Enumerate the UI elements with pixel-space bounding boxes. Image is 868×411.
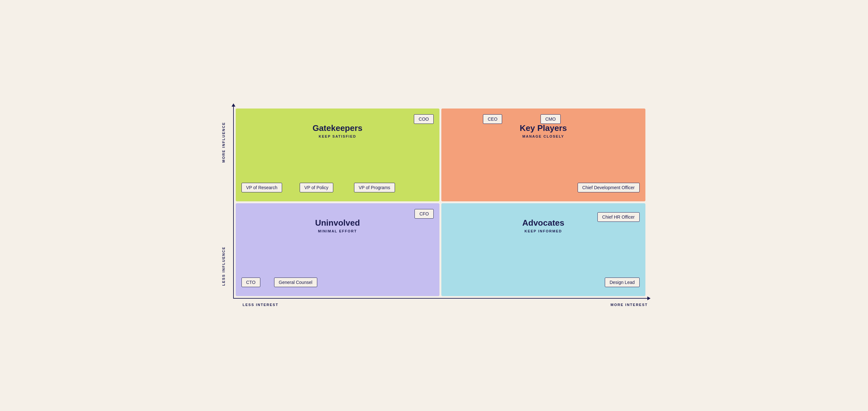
chart-container: MORE INFLUENCE LESS INFLUENCE LESS INTER… xyxy=(217,103,651,308)
gatekeepers-title: Gatekeepers xyxy=(241,123,435,133)
y-axis-less-label: LESS INFLUENCE xyxy=(222,246,225,286)
role-ceo: CEO xyxy=(483,114,502,124)
quadrant-advocates: Chief HR Officer Advocates KEEP INFORMED… xyxy=(441,203,645,296)
role-cdo: Chief Development Officer xyxy=(578,183,640,193)
role-cto: CTO xyxy=(242,277,260,287)
x-axis-less-label: LESS INTEREST xyxy=(243,303,279,307)
role-cfo: CFO xyxy=(414,209,434,218)
role-vp-programs: VP of Programs xyxy=(354,183,395,193)
advocates-subtitle: KEEP INFORMED xyxy=(446,229,640,233)
role-vp-policy: VP of Policy xyxy=(300,183,333,193)
key-players-subtitle: MANAGE CLOSELY xyxy=(446,135,640,138)
uninvolved-subtitle: MINIMAL EFFORT xyxy=(241,229,435,233)
uninvolved-title: Uninvolved xyxy=(241,218,435,228)
role-design-lead: Design Lead xyxy=(605,277,640,287)
x-axis-more-label: MORE INTEREST xyxy=(611,303,648,307)
role-cmo: CMO xyxy=(540,114,561,124)
axes: COO Gatekeepers KEEP SATISFIED VP of Res… xyxy=(233,106,648,299)
key-players-title: Key Players xyxy=(446,123,640,133)
role-general-counsel: General Counsel xyxy=(274,277,317,287)
y-axis-line xyxy=(233,106,234,299)
quadrant-uninvolved: CFO Uninvolved MINIMAL EFFORT CTO Genera… xyxy=(236,203,440,296)
role-vp-research: VP of Research xyxy=(242,183,282,193)
quadrant-gatekeepers: COO Gatekeepers KEEP SATISFIED VP of Res… xyxy=(236,109,440,201)
x-axis-line xyxy=(233,298,648,299)
quadrants-grid: COO Gatekeepers KEEP SATISFIED VP of Res… xyxy=(236,109,645,296)
x-axis-arrow xyxy=(647,296,651,300)
role-chro: Chief HR Officer xyxy=(597,212,640,222)
y-axis-arrow xyxy=(231,104,236,107)
gatekeepers-subtitle: KEEP SATISFIED xyxy=(241,135,435,138)
role-coo: COO xyxy=(414,114,434,124)
quadrant-key-players: CEO CMO Key Players MANAGE CLOSELY Chief… xyxy=(441,109,645,201)
y-axis-more-label: MORE INFLUENCE xyxy=(222,122,225,163)
